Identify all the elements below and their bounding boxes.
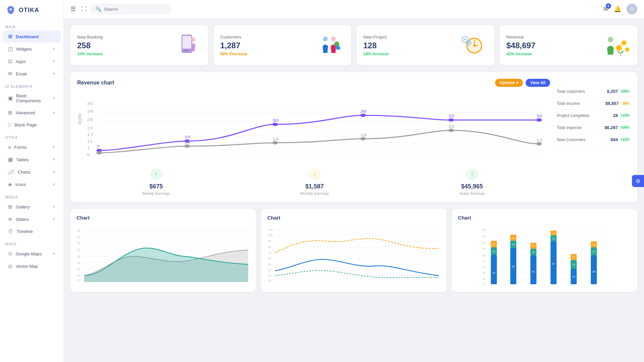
sidebar-item-sliders[interactable]: ≋ Sliders + (3, 213, 61, 225)
sidebar-item-label: Timeline (16, 229, 33, 234)
stat-value: 128 (363, 41, 389, 50)
header: ☰ ⛶ 🔍 ✉ 8 🔔 U (64, 0, 644, 18)
google-maps-icon: ⊙ (8, 251, 12, 257)
notifications-button[interactable]: 🔔 (614, 5, 621, 13)
search-icon: 🔍 (96, 6, 101, 12)
svg-rect-2 (184, 50, 189, 51)
sidebar-item-vector-map[interactable]: ◎ Vector Map (3, 260, 61, 272)
settings-panel[interactable]: ⚙ (632, 175, 644, 187)
revenue-chart-card: Revenue chart Options ▾ View All 5 7 11 … (70, 72, 637, 202)
svg-point-56 (184, 144, 190, 148)
svg-text:22: 22 (87, 126, 93, 130)
rev-badge: -18% (620, 101, 631, 106)
basic-components-icon: ▣ (8, 95, 13, 101)
stat-title: Revenue (506, 35, 536, 40)
stats-row: New Booking 258 10% Increase (70, 25, 637, 65)
options-button[interactable]: Options ▾ (495, 79, 523, 87)
expand-icon: + (52, 157, 55, 163)
timeline-icon: ⏱ (8, 229, 13, 234)
svg-point-58 (272, 141, 278, 144)
expand-icon[interactable]: ⛶ (81, 6, 87, 12)
sidebar-item-advanced[interactable]: ⊞ Advanced + (3, 107, 61, 119)
stat-change: 09% Decrease (220, 52, 248, 56)
svg-text:67: 67 (552, 262, 555, 265)
charts-icon: 📈 (8, 169, 14, 175)
vector-map-icon: ◎ (8, 263, 12, 269)
svg-text:30: 30 (268, 274, 271, 278)
stat-value: 1,287 (220, 41, 248, 50)
svg-text:22: 22 (572, 275, 575, 278)
svg-text:20: 20 (77, 274, 80, 277)
svg-text:32: 32 (448, 114, 454, 118)
sidebar-logo[interactable]: OTIKA (0, 0, 63, 20)
hamburger-icon[interactable]: ☰ (70, 5, 76, 13)
rev-stat-label: Total expense (557, 125, 582, 130)
sidebar-item-dashboard[interactable]: ⊞ Dashboard (3, 31, 61, 43)
chart-card-1: Chart 90 80 70 60 50 40 30 20 10 (70, 209, 256, 292)
view-all-button[interactable]: View All (526, 79, 550, 87)
search-box[interactable]: 🔍 (91, 4, 171, 14)
revenue-svg-chart: 5 7 11 17 22 28 34 40 Income (77, 91, 550, 158)
svg-text:40: 40 (483, 266, 486, 269)
sidebar-item-tables[interactable]: ▦ Tables + (3, 154, 61, 166)
svg-point-62 (448, 129, 454, 132)
svg-text:11: 11 (184, 141, 191, 144)
sidebar-item-basic-components[interactable]: ▣ Basic Components + (3, 90, 61, 106)
sliders-icon: ≋ (8, 216, 12, 222)
expand-icon: + (52, 181, 55, 187)
search-input[interactable] (104, 7, 166, 12)
rev-stat-value: 684 +22% (610, 137, 631, 142)
svg-point-49 (360, 114, 366, 117)
svg-text:25: 25 (448, 125, 454, 129)
revenue-chart-area: Revenue chart Options ▾ View All 5 7 11 … (77, 79, 550, 195)
rev-badge: +09% (619, 125, 631, 130)
area-chart-1: 90 80 70 60 50 40 30 20 10 (76, 225, 250, 285)
sidebar-item-email[interactable]: ✉ Email + (3, 68, 61, 80)
svg-text:90: 90 (483, 235, 486, 238)
line-chart-2: 110 100 90 80 70 60 50 40 30 20 (267, 225, 441, 285)
dashboard-icon: ⊞ (8, 34, 12, 40)
tables-icon: ▦ (8, 157, 13, 163)
sidebar-item-widgets[interactable]: ◫ Widgets + (3, 43, 61, 55)
svg-text:7: 7 (96, 145, 99, 148)
sidebar-item-icons[interactable]: ◈ Icons + (3, 178, 61, 190)
section-label-maps: MAPS (0, 238, 63, 247)
svg-text:10: 10 (77, 279, 80, 282)
sidebar-item-apps[interactable]: ⊡ Apps + (3, 55, 61, 67)
sidebar-item-label: Apps (16, 59, 26, 64)
svg-point-24 (608, 37, 613, 42)
expand-icon: + (52, 169, 55, 175)
sidebar: OTIKA MAIN ⊞ Dashboard ◫ Widgets + ⊡ App… (0, 0, 64, 362)
avatar[interactable]: U (627, 4, 637, 14)
rev-stat-value: 8,257 +09% (607, 89, 631, 94)
svg-rect-175 (591, 255, 597, 284)
svg-text:13: 13 (536, 138, 542, 142)
sidebar-item-gallery[interactable]: ⊞ Gallery + (3, 201, 61, 213)
svg-text:43: 43 (592, 270, 595, 273)
svg-text:21: 21 (552, 237, 555, 240)
content-area: New Booking 258 10% Increase (64, 18, 644, 362)
sidebar-item-blank-page[interactable]: □ Blank Page (3, 119, 61, 131)
svg-text:80: 80 (77, 235, 80, 239)
sidebar-item-label: Google Maps (16, 251, 42, 256)
expand-icon: + (52, 144, 55, 150)
svg-point-64 (536, 142, 542, 145)
sidebar-item-timeline[interactable]: ⏱ Timeline (3, 226, 61, 237)
messages-button[interactable]: ✉ 8 (603, 5, 608, 13)
stat-card-project: New Project 128 18% Increase (357, 25, 494, 65)
sidebar-item-forms[interactable]: ≡ Forms + (3, 141, 61, 153)
sidebar-item-charts[interactable]: 📈 Charts + (3, 166, 61, 178)
widgets-icon: ◫ (8, 46, 13, 52)
svg-text:11: 11 (87, 140, 93, 143)
expand-icon: + (52, 71, 55, 77)
sidebar-item-google-maps[interactable]: ⊙ Google Maps + (3, 248, 61, 260)
customers-illustration (314, 32, 344, 59)
weekly-earnings: ↑ $675 Weekly Earnings (142, 168, 170, 195)
svg-text:32: 32 (536, 114, 542, 118)
svg-text:15: 15 (532, 244, 535, 247)
svg-text:8: 8 (553, 232, 554, 235)
svg-point-23 (626, 48, 629, 51)
svg-text:Income: Income (77, 113, 83, 124)
revenue-chart-header: Revenue chart Options ▾ View All (77, 79, 550, 87)
expand-icon: + (52, 95, 55, 101)
